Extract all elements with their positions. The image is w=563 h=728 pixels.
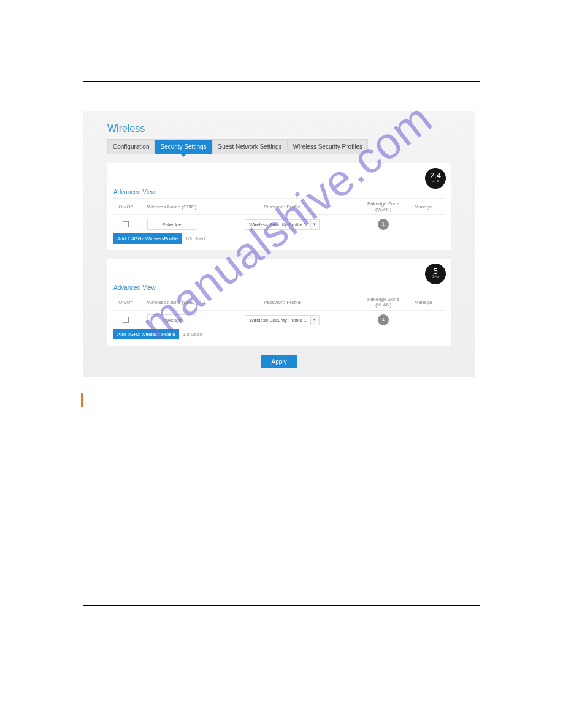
used-count: 1/8 Used: [183, 332, 202, 337]
add-5ghz-profile-button[interactable]: Add 5GHz Wireless Profile: [113, 329, 179, 339]
col-vlan: Pakedge Zone (VLAN): [359, 297, 408, 308]
band-badge-sub: GHz: [425, 179, 446, 183]
col-profile: Password Profile: [205, 300, 359, 305]
col-manage: Manage: [408, 300, 439, 305]
vlan-badge: 1: [378, 314, 389, 325]
col-onoff: On/Off: [113, 204, 138, 210]
onoff-checkbox[interactable]: [123, 221, 129, 227]
tab-bar: Configuration Security Settings Guest Ne…: [107, 139, 451, 154]
band-badge-sub: GHz: [425, 275, 446, 278]
panel-24ghz: 2.4 GHz Advanced View On/Off Wireless Na…: [107, 163, 451, 250]
ssid-input[interactable]: [147, 314, 196, 325]
annotation-divider: [83, 393, 480, 393]
panel-5ghz: 5 GHz Advanced View On/Off Wireless Name…: [107, 259, 451, 346]
top-horizontal-rule: [83, 81, 480, 82]
band-badge-5: 5 GHz: [425, 264, 446, 284]
bottom-horizontal-rule: [83, 605, 480, 606]
col-manage: Manage: [408, 204, 439, 210]
used-count: 1/8 Used: [185, 236, 205, 241]
chevron-down-icon[interactable]: ▾: [311, 219, 320, 230]
table-row: Wireless Security Profile 1 ▾ 1: [113, 311, 445, 329]
apply-button[interactable]: Apply: [261, 355, 296, 368]
col-ssid: Wireless Name (SSID): [138, 204, 205, 210]
col-ssid: Wireless Name (SSID): [138, 300, 205, 305]
profile-select-value[interactable]: Wireless Security Profile 1: [245, 219, 310, 230]
vlan-badge: 1: [378, 219, 389, 230]
col-onoff: On/Off: [113, 300, 138, 305]
wireless-settings-screenshot: Wireless Configuration Security Settings…: [83, 111, 475, 377]
tab-security-settings[interactable]: Security Settings: [155, 139, 212, 154]
page-title: Wireless: [107, 123, 451, 134]
tab-wireless-security-profiles[interactable]: Wireless Security Profiles: [288, 139, 368, 154]
column-headers: On/Off Wireless Name (SSID) Password Pro…: [113, 198, 445, 215]
table-row: Wireless Security Profile 1 ▾ 1: [113, 215, 445, 233]
tab-guest-network-settings[interactable]: Guest Network Settings: [212, 139, 288, 154]
annotation-mark: [81, 393, 83, 407]
tab-configuration[interactable]: Configuration: [107, 139, 155, 154]
column-headers: On/Off Wireless Name (SSID) Password Pro…: [113, 294, 445, 311]
advanced-view-link[interactable]: Advanced View: [113, 284, 445, 291]
ssid-input[interactable]: [147, 219, 196, 230]
onoff-checkbox[interactable]: [123, 317, 129, 323]
col-vlan: Pakedge Zone (VLAN): [359, 201, 408, 212]
add-24ghz-profile-button[interactable]: Add 2.4GHz WirelessProfile: [113, 233, 182, 244]
advanced-view-link[interactable]: Advanced View: [113, 189, 445, 195]
chevron-down-icon[interactable]: ▾: [311, 315, 320, 325]
band-badge-24: 2.4 GHz: [425, 168, 446, 189]
profile-select-value[interactable]: Wireless Security Profile 1: [245, 315, 310, 325]
col-profile: Password Profile: [205, 204, 359, 210]
